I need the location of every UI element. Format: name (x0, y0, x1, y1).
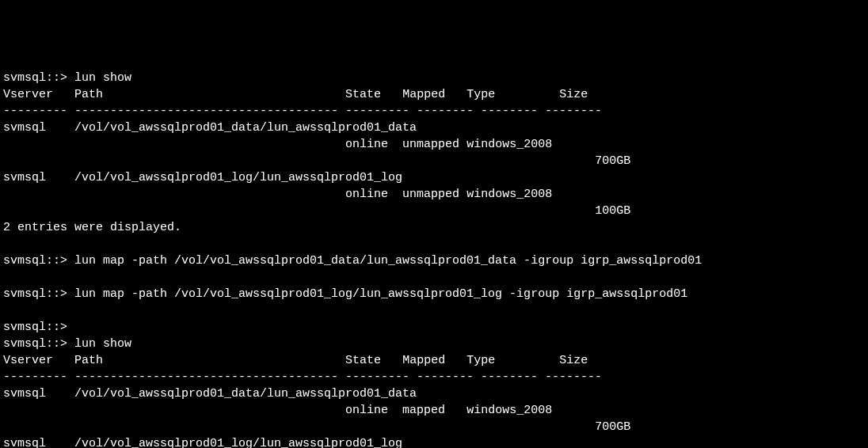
cell-state: online (345, 404, 388, 417)
cell-path: /vol/vol_awssqlprod01_data/lun_awssqlpro… (74, 387, 417, 401)
cell-size: 100GB (595, 204, 630, 218)
cell-vserver: svmsql (3, 171, 46, 184)
separator: --------- ------------------------------… (3, 370, 602, 384)
cell-size: 700GB (595, 154, 630, 168)
cell-type: windows_2008 (466, 188, 552, 201)
command: lun map -path /vol/vol_awssqlprod01_data… (74, 254, 702, 268)
footer: 2 entries were displayed. (3, 221, 181, 234)
cell-vserver: svmsql (3, 437, 46, 448)
prompt: svmsql::> (3, 337, 67, 351)
col-size: Size (559, 88, 588, 101)
cell-mapped: unmapped (402, 138, 459, 151)
col-path: Path (74, 88, 103, 101)
cell-state: online (345, 188, 388, 201)
cell-vserver: svmsql (3, 387, 46, 401)
col-state: State (345, 88, 381, 101)
cell-mapped: mapped (402, 404, 445, 417)
prompt: svmsql::> (3, 321, 67, 334)
prompt: svmsql::> (3, 254, 67, 268)
cell-state: online (345, 138, 388, 151)
prompt: svmsql::> (3, 71, 67, 85)
separator: --------- ------------------------------… (3, 104, 602, 118)
col-type: Type (466, 354, 495, 367)
cell-path: /vol/vol_awssqlprod01_log/lun_awssqlprod… (74, 171, 402, 184)
command: lun show (74, 337, 131, 351)
cell-mapped: unmapped (402, 188, 459, 201)
prompt: svmsql::> (3, 287, 67, 301)
col-vserver: Vserver (3, 354, 53, 367)
col-size: Size (559, 354, 588, 367)
col-mapped: Mapped (402, 88, 445, 101)
col-type: Type (466, 88, 495, 101)
col-path: Path (74, 354, 103, 367)
cell-type: windows_2008 (466, 404, 552, 417)
command: lun map -path /vol/vol_awssqlprod01_log/… (74, 287, 687, 301)
terminal-output[interactable]: svmsql::> lun show Vserver Path State Ma… (3, 70, 865, 448)
cell-size: 700GB (595, 420, 630, 434)
cell-path: /vol/vol_awssqlprod01_log/lun_awssqlprod… (74, 437, 402, 448)
cell-path: /vol/vol_awssqlprod01_data/lun_awssqlpro… (74, 121, 417, 135)
col-mapped: Mapped (402, 354, 445, 367)
col-vserver: Vserver (3, 88, 53, 101)
cell-vserver: svmsql (3, 121, 46, 135)
command: lun show (74, 71, 131, 85)
cell-type: windows_2008 (466, 138, 552, 151)
col-state: State (345, 354, 381, 367)
